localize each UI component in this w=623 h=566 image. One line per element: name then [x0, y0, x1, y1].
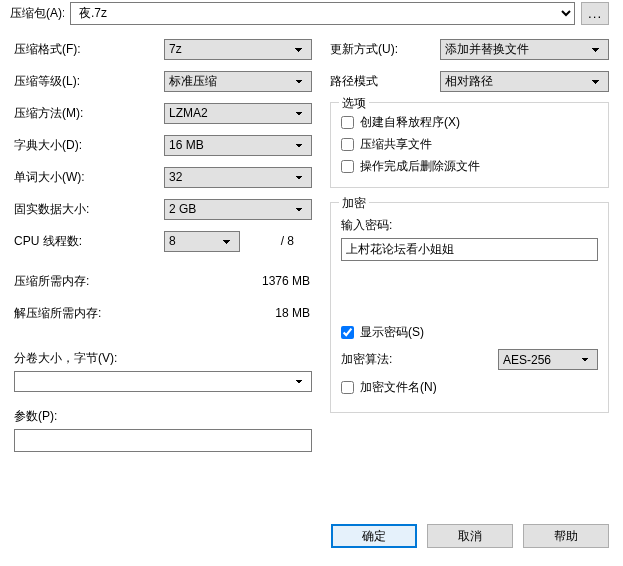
password-label: 输入密码:	[341, 217, 598, 234]
delete-checkbox[interactable]	[341, 160, 354, 173]
threads-select[interactable]: 8	[164, 231, 240, 252]
mem-decompress-value: 18 MB	[164, 306, 312, 320]
shared-label: 压缩共享文件	[360, 136, 432, 153]
options-title: 选项	[339, 95, 369, 112]
update-select[interactable]: 添加并替换文件	[440, 39, 609, 60]
update-label: 更新方式(U):	[330, 41, 440, 58]
encrypt-names-label: 加密文件名(N)	[360, 379, 437, 396]
level-select[interactable]: 标准压缩	[164, 71, 312, 92]
ok-button[interactable]: 确定	[331, 524, 417, 548]
shared-checkbox[interactable]	[341, 138, 354, 151]
encrypt-names-checkbox[interactable]	[341, 381, 354, 394]
mem-compress-label: 压缩所需内存:	[14, 273, 164, 290]
format-select[interactable]: 7z	[164, 39, 312, 60]
archive-label: 压缩包(A):	[10, 5, 64, 22]
show-password-label: 显示密码(S)	[360, 324, 424, 341]
mem-decompress-label: 解压缩所需内存:	[14, 305, 164, 322]
browse-button[interactable]: ...	[581, 2, 609, 25]
dict-select[interactable]: 16 MB	[164, 135, 312, 156]
help-button[interactable]: 帮助	[523, 524, 609, 548]
solid-select[interactable]: 2 GB	[164, 199, 312, 220]
options-group: 选项 创建自释放程序(X) 压缩共享文件 操作完成后删除源文件	[330, 102, 609, 188]
dict-label: 字典大小(D):	[14, 137, 164, 154]
mem-compress-value: 1376 MB	[164, 274, 312, 288]
algorithm-label: 加密算法:	[341, 351, 392, 368]
word-select[interactable]: 32	[164, 167, 312, 188]
threads-total: / 8	[240, 234, 300, 248]
password-input[interactable]	[341, 238, 598, 261]
delete-label: 操作完成后删除源文件	[360, 158, 480, 175]
level-label: 压缩等级(L):	[14, 73, 164, 90]
show-password-checkbox[interactable]	[341, 326, 354, 339]
algorithm-select[interactable]: AES-256	[498, 349, 598, 370]
format-label: 压缩格式(F):	[14, 41, 164, 58]
encrypt-title: 加密	[339, 195, 369, 212]
solid-label: 固实数据大小:	[14, 201, 164, 218]
threads-label: CPU 线程数:	[14, 233, 164, 250]
params-label: 参数(P):	[14, 408, 312, 425]
method-label: 压缩方法(M):	[14, 105, 164, 122]
encrypt-group: 加密 输入密码: 显示密码(S) 加密算法: AES-256 加密文件名(N)	[330, 202, 609, 413]
method-select[interactable]: LZMA2	[164, 103, 312, 124]
cancel-button[interactable]: 取消	[427, 524, 513, 548]
volume-label: 分卷大小，字节(V):	[14, 350, 312, 367]
path-select[interactable]: 相对路径	[440, 71, 609, 92]
path-label: 路径模式	[330, 73, 440, 90]
volume-select[interactable]	[14, 371, 312, 392]
sfx-checkbox[interactable]	[341, 116, 354, 129]
word-label: 单词大小(W):	[14, 169, 164, 186]
params-input[interactable]	[14, 429, 312, 452]
archive-name-select[interactable]: 夜.7z	[70, 2, 575, 25]
sfx-label: 创建自释放程序(X)	[360, 114, 460, 131]
